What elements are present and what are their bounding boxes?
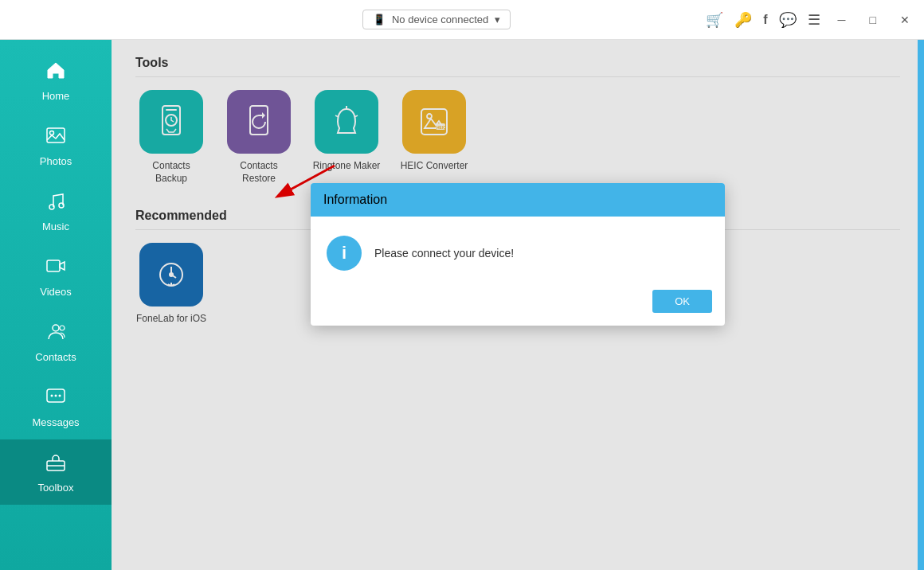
sidebar-item-messages-label: Messages: [32, 416, 79, 428]
dialog-footer: OK: [311, 283, 725, 326]
sidebar-item-photos-label: Photos: [40, 155, 72, 167]
device-icon: 📱: [373, 14, 386, 25]
chat-icon[interactable]: 💬: [779, 11, 797, 29]
svg-point-9: [55, 395, 57, 397]
sidebar-item-contacts-label: Contacts: [35, 351, 76, 363]
info-letter: i: [342, 243, 346, 264]
app-body: Home Photos Music: [0, 40, 924, 570]
svg-rect-4: [47, 260, 60, 271]
right-accent-bar: [918, 40, 924, 570]
sidebar-item-music[interactable]: Music: [0, 178, 112, 244]
toolbox-icon: [45, 451, 67, 478]
sidebar-item-toolbox[interactable]: Toolbox: [0, 439, 112, 505]
sidebar-item-toolbox-label: Toolbox: [38, 482, 74, 494]
sidebar-item-music-label: Music: [42, 221, 69, 232]
dialog-message: Please connect your device!: [374, 247, 514, 260]
dialog-title: Information: [323, 193, 387, 207]
svg-point-10: [59, 395, 61, 397]
sidebar-item-videos-label: Videos: [40, 286, 72, 298]
close-button[interactable]: ✕: [894, 10, 916, 29]
dialog-body: i Please connect your device!: [311, 217, 725, 283]
svg-point-8: [51, 395, 53, 397]
minimize-button[interactable]: ─: [832, 10, 852, 29]
photos-icon: [45, 124, 67, 152]
sidebar-item-messages[interactable]: Messages: [0, 374, 112, 439]
info-icon: i: [327, 236, 362, 271]
sidebar-item-videos[interactable]: Videos: [0, 244, 112, 309]
dialog-header: Information: [311, 183, 725, 217]
dropdown-arrow: ▾: [495, 14, 500, 25]
svg-point-1: [50, 131, 54, 135]
sidebar-item-home-label: Home: [42, 90, 70, 102]
sidebar: Home Photos Music: [0, 40, 112, 570]
videos-icon: [45, 255, 67, 283]
device-selector[interactable]: 📱 No device connected ▾: [362, 10, 511, 29]
contacts-icon: [45, 320, 67, 348]
title-bar-right: 🛒 🔑 f 💬 ☰ ─ □ ✕: [706, 10, 916, 29]
svg-rect-0: [47, 128, 65, 142]
main-content: Tools Contacts Backup: [112, 40, 924, 570]
svg-point-6: [60, 326, 65, 330]
ok-button[interactable]: OK: [652, 290, 712, 313]
sidebar-item-photos[interactable]: Photos: [0, 113, 112, 178]
dialog-overlay: Information i Please connect your device…: [112, 40, 924, 570]
information-dialog: Information i Please connect your device…: [311, 183, 725, 326]
facebook-icon[interactable]: f: [763, 13, 767, 27]
menu-icon[interactable]: ☰: [808, 11, 820, 29]
key-icon[interactable]: 🔑: [734, 11, 752, 29]
messages-icon: [45, 385, 67, 413]
sidebar-item-contacts[interactable]: Contacts: [0, 309, 112, 374]
device-status: No device connected: [392, 14, 488, 25]
sidebar-item-home[interactable]: Home: [0, 48, 112, 113]
svg-point-5: [53, 325, 59, 331]
music-icon: [45, 189, 67, 217]
cart-icon[interactable]: 🛒: [706, 11, 723, 29]
maximize-button[interactable]: □: [863, 10, 883, 29]
home-icon: [45, 59, 67, 87]
title-bar: 📱 No device connected ▾ 🛒 🔑 f 💬 ☰ ─ □ ✕: [0, 0, 924, 40]
